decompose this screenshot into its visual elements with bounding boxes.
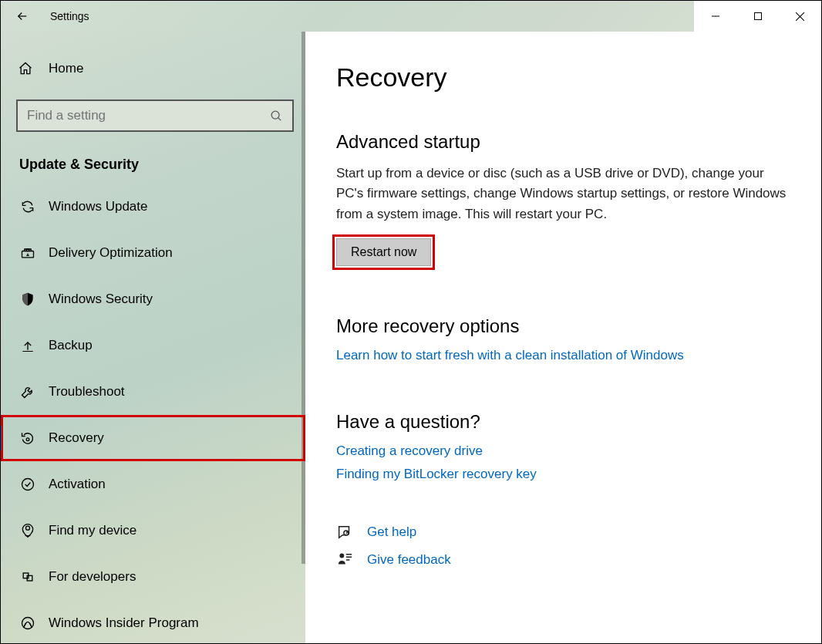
window-title: Settings <box>50 10 89 22</box>
get-help-link[interactable]: Get help <box>367 524 416 540</box>
sidebar-item-troubleshoot[interactable]: Troubleshoot <box>1 369 305 415</box>
give-feedback-row: Give feedback <box>336 551 790 568</box>
sidebar-item-windows-security[interactable]: Windows Security <box>1 276 305 322</box>
minimize-button[interactable] <box>694 1 736 32</box>
sidebar-item-find-my-device[interactable]: Find my device <box>1 507 305 554</box>
refresh-icon <box>18 198 38 215</box>
sidebar-item-delivery-optimization[interactable]: Delivery Optimization <box>1 230 305 276</box>
svg-point-1 <box>271 111 279 119</box>
search-icon <box>270 110 283 123</box>
more-recovery-heading: More recovery options <box>336 315 790 337</box>
advanced-startup-heading: Advanced startup <box>336 131 790 153</box>
sidebar-item-label: Recovery <box>49 430 104 446</box>
sidebar-item-windows-insider-program[interactable]: Windows Insider Program <box>1 600 305 643</box>
close-button[interactable] <box>779 1 821 32</box>
advanced-startup-body: Start up from a device or disc (such as … <box>336 164 790 224</box>
get-help-icon <box>336 524 355 541</box>
feedback-icon <box>336 551 355 568</box>
insider-icon <box>18 615 38 632</box>
sidebar-item-activation[interactable]: Activation <box>1 461 305 507</box>
location-icon <box>18 522 38 539</box>
sidebar-item-label: Delivery Optimization <box>49 245 173 261</box>
give-feedback-link[interactable]: Give feedback <box>367 552 451 568</box>
sidebar-item-label: Windows Update <box>49 199 148 214</box>
start-fresh-link[interactable]: Learn how to start fresh with a clean in… <box>336 348 684 363</box>
shield-icon <box>18 291 38 308</box>
get-help-row: Get help <box>336 524 790 541</box>
close-icon <box>795 12 805 22</box>
svg-point-9 <box>22 618 34 629</box>
sidebar-item-label: Troubleshoot <box>49 384 125 400</box>
sidebar-item-label: For developers <box>49 569 136 585</box>
title-bar: Settings <box>1 1 821 32</box>
svg-point-6 <box>26 526 30 530</box>
recovery-drive-link[interactable]: Creating a recovery drive <box>336 443 483 459</box>
content-pane: Recovery Advanced startup Start up from … <box>305 32 821 643</box>
svg-rect-0 <box>754 13 761 20</box>
svg-point-4 <box>26 438 29 441</box>
delivery-icon <box>18 244 38 261</box>
page-title: Recovery <box>336 62 790 93</box>
recovery-icon <box>18 430 38 447</box>
backup-icon <box>18 337 38 354</box>
sidebar-item-label: Find my device <box>49 523 136 538</box>
restart-now-button[interactable]: Restart now <box>336 238 431 266</box>
developers-icon <box>18 568 38 585</box>
sidebar-item-label: Backup <box>49 338 93 353</box>
wrench-icon <box>18 383 38 400</box>
svg-point-5 <box>22 479 34 491</box>
sidebar: Home Update & Security Windows UpdateDel… <box>1 32 305 643</box>
sidebar-section-title: Update & Security <box>1 138 305 184</box>
back-button[interactable] <box>8 2 36 30</box>
home-icon <box>18 60 38 77</box>
check-circle-icon <box>18 476 38 493</box>
search-box[interactable] <box>16 99 294 132</box>
minimize-icon <box>711 12 720 21</box>
bitlocker-key-link[interactable]: Finding my BitLocker recovery key <box>336 467 537 482</box>
sidebar-item-label: Activation <box>49 477 106 492</box>
sidebar-item-backup[interactable]: Backup <box>1 322 305 369</box>
maximize-icon <box>753 12 763 21</box>
sidebar-item-recovery[interactable]: Recovery <box>1 415 305 461</box>
sidebar-item-label: Windows Insider Program <box>49 615 199 631</box>
window-controls <box>694 1 821 32</box>
sidebar-item-for-developers[interactable]: For developers <box>1 554 305 600</box>
sidebar-item-label: Windows Security <box>49 292 153 307</box>
arrow-left-icon <box>15 9 29 23</box>
sidebar-item-windows-update[interactable]: Windows Update <box>1 184 305 230</box>
search-input[interactable] <box>27 108 270 123</box>
sidebar-home[interactable]: Home <box>1 47 305 90</box>
svg-point-11 <box>345 534 346 535</box>
have-question-heading: Have a question? <box>336 411 790 433</box>
maximize-button[interactable] <box>736 1 779 32</box>
svg-point-12 <box>339 554 344 558</box>
sidebar-home-label: Home <box>49 61 83 76</box>
svg-rect-3 <box>26 249 29 251</box>
